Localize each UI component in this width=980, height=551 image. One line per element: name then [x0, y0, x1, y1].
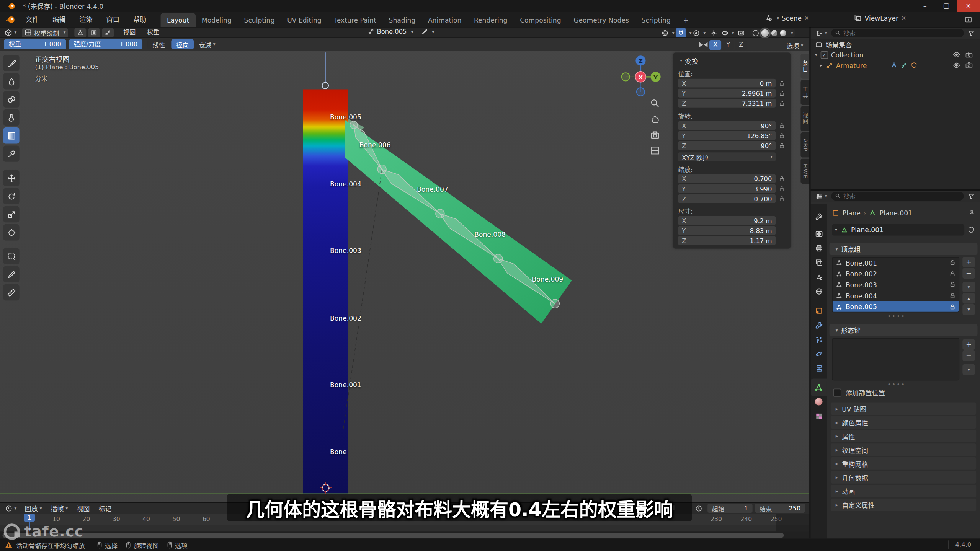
section-custom-properties[interactable]: ▸自定义属性 — [831, 499, 976, 511]
editor-divider[interactable] — [811, 189, 980, 191]
vertex-group-move-up-button[interactable]: ▴ — [962, 293, 975, 304]
sidebar-tab-tool[interactable]: 工具 — [800, 80, 810, 105]
dimension-x-field[interactable]: X9.2 m — [678, 216, 776, 225]
location-x-field[interactable]: X0 m — [678, 79, 776, 88]
current-frame-badge[interactable]: 1 — [24, 514, 35, 522]
properties-tab-constraints[interactable] — [812, 361, 826, 375]
zoom-button[interactable] — [650, 99, 660, 109]
list-resize-handle[interactable]: •••• — [887, 313, 906, 319]
mesh-name-field[interactable]: ▾ Plane.001 — [832, 224, 964, 235]
section-color-attributes[interactable]: ▸颜色属性 — [831, 416, 976, 429]
section-uv-maps[interactable]: ▸UV 贴图 — [831, 402, 976, 415]
lock-icon[interactable] — [779, 186, 785, 192]
rest-position-checkbox[interactable] — [833, 389, 841, 397]
camera-icon[interactable] — [965, 61, 973, 69]
sidebar-tab-arp[interactable]: ARP — [800, 132, 810, 157]
options-menu[interactable]: 选项 ▾ — [787, 41, 803, 50]
maximize-button[interactable]: ▢ — [936, 0, 957, 12]
datablock-browse-caret[interactable]: ▾ — [835, 227, 837, 232]
scale-z-field[interactable]: Z0.700 — [678, 194, 776, 203]
breadcrumb-data[interactable]: Plane.001 — [880, 209, 912, 217]
outliner-editor-icon[interactable] — [815, 29, 823, 37]
timeline-track[interactable] — [0, 525, 809, 531]
editor-type-caret[interactable]: ▾ — [15, 30, 17, 35]
expand-caret[interactable]: ▾ — [815, 52, 817, 57]
vertex-group-row[interactable]: Bone.003 — [833, 279, 959, 290]
lock-icon[interactable] — [779, 80, 785, 87]
viewlayer-name[interactable]: ViewLayer — [865, 14, 898, 22]
lock-icon[interactable] — [949, 271, 956, 277]
vertex-group-remove-button[interactable]: − — [962, 268, 975, 279]
mirror-z-toggle[interactable]: Z — [735, 40, 747, 50]
tool-transform[interactable] — [3, 224, 19, 240]
properties-tab-material[interactable] — [812, 395, 826, 409]
shading-caret[interactable]: ▾ — [791, 30, 793, 35]
lock-icon[interactable] — [779, 176, 785, 183]
vertex-group-row-selected[interactable]: Bone.005 — [833, 302, 959, 313]
lock-icon[interactable] — [779, 196, 785, 202]
section-attributes[interactable]: ▸属性 — [831, 430, 976, 442]
tool-rotate[interactable] — [3, 188, 19, 204]
timeline-view-menu[interactable]: 视图 — [72, 504, 94, 513]
location-y-field[interactable]: Y2.9961 m — [678, 89, 776, 98]
falloff-radial-button[interactable]: 径向 — [171, 39, 194, 49]
falloff-linear-button[interactable]: 线性 — [147, 39, 170, 49]
camera-icon[interactable] — [965, 51, 973, 59]
properties-tab-view-layer[interactable] — [812, 256, 826, 269]
snap-caret[interactable]: ▾ — [689, 30, 692, 35]
lock-icon[interactable] — [949, 292, 956, 299]
properties-editor-icon[interactable] — [815, 192, 823, 200]
section-animation[interactable]: ▸动画 — [831, 485, 976, 497]
active-bone-selector[interactable]: Bone.005 ▾ ▾ — [368, 28, 434, 35]
xray-toggle-icon[interactable] — [738, 29, 745, 37]
falloff-menu[interactable]: 衰减 ▾ — [199, 40, 215, 49]
properties-tab-object-data[interactable] — [812, 380, 826, 394]
lock-icon[interactable] — [949, 281, 956, 288]
collection-checkbox[interactable]: ✓ — [820, 51, 828, 59]
mirror-y-toggle[interactable]: Y — [722, 40, 734, 50]
properties-tab-texture[interactable] — [812, 409, 826, 423]
snap-toggle[interactable] — [676, 28, 686, 37]
editor-divider[interactable] — [809, 28, 810, 539]
bone-mask-toggle[interactable] — [102, 28, 114, 37]
orientation-caret[interactable]: ▾ — [672, 30, 675, 35]
rest-position-row[interactable]: 添加静置位置 — [833, 388, 885, 397]
overlays-icon[interactable] — [721, 29, 729, 37]
viewlayer-remove-icon[interactable]: × — [901, 15, 906, 21]
outliner-item-armature[interactable]: ▾ Armature — [820, 60, 867, 70]
properties-tab-particles[interactable] — [812, 333, 826, 346]
tool-average[interactable] — [3, 91, 19, 107]
outliner-item-scene-collection[interactable]: 场景集合 — [815, 39, 852, 49]
tool-brush[interactable] — [3, 55, 19, 71]
shading-wireframe-icon[interactable] — [753, 30, 759, 36]
breadcrumb-object[interactable]: Plane — [843, 209, 861, 217]
shape-key-add-button[interactable]: + — [962, 339, 975, 350]
shape-key-remove-button[interactable]: − — [962, 350, 975, 361]
properties-search-input[interactable] — [843, 193, 960, 200]
lock-icon[interactable] — [779, 132, 785, 139]
properties-tab-physics[interactable] — [812, 347, 826, 360]
vertex-group-row[interactable]: Bone.004 — [833, 290, 959, 302]
close-button[interactable]: × — [957, 0, 980, 12]
vertex-group-row[interactable]: Bone.002 — [833, 268, 959, 279]
properties-tab-scene[interactable] — [812, 270, 826, 284]
gizmo-axis-neg-z[interactable] — [637, 88, 645, 96]
minimize-button[interactable]: – — [915, 0, 936, 12]
proportional-caret[interactable]: ▾ — [703, 30, 706, 35]
section-remesh[interactable]: ▸重构网格 — [831, 457, 976, 470]
tool-measure[interactable] — [3, 284, 19, 300]
expand-caret[interactable]: ▾ — [818, 65, 823, 67]
tool-annotate[interactable] — [3, 266, 19, 282]
tool-move[interactable] — [3, 170, 19, 186]
properties-tab-modifiers[interactable] — [812, 318, 826, 332]
vertex-group-add-button[interactable]: + — [962, 257, 975, 267]
rotation-x-field[interactable]: X90° — [678, 121, 776, 130]
shading-solid-icon[interactable] — [761, 29, 769, 37]
section-geometry-data[interactable]: ▸几何数据 — [831, 471, 976, 484]
mode-selector[interactable]: 权重绘制 ▾ — [21, 28, 68, 37]
view-menu[interactable]: 视图 — [118, 28, 141, 37]
properties-tab-render[interactable] — [812, 227, 826, 241]
timeline-editor-icon[interactable] — [5, 504, 13, 512]
vertex-mask-toggle[interactable] — [74, 28, 86, 37]
frame-start-field[interactable]: 起始1 — [707, 504, 753, 513]
